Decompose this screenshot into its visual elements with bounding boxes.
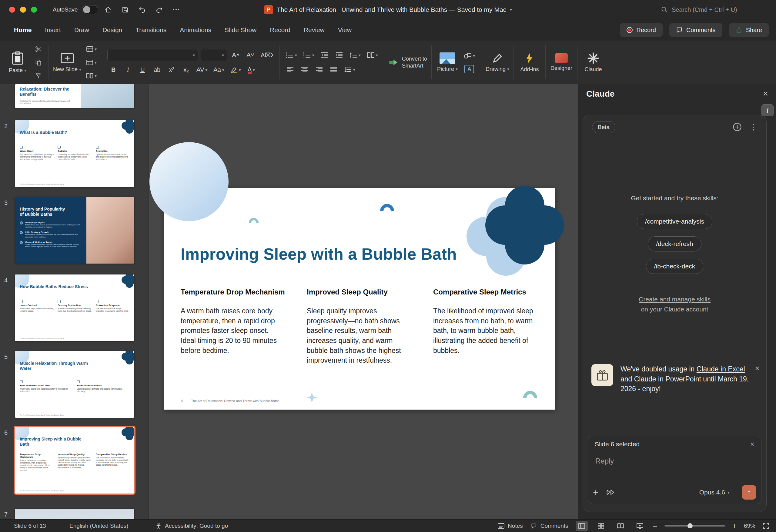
reply-input[interactable] <box>595 457 747 466</box>
tab-review[interactable]: Review <box>304 26 325 34</box>
search-input[interactable] <box>671 6 765 14</box>
decrease-indent-button[interactable] <box>319 49 331 61</box>
sparkle-shape[interactable] <box>307 392 317 403</box>
add-ins-button[interactable]: Add-ins <box>518 52 541 73</box>
new-slide-button[interactable]: New Slide▾ <box>53 52 81 73</box>
share-button[interactable]: Share <box>729 23 769 37</box>
increase-font-size-button[interactable]: A˄ <box>230 49 242 61</box>
slide-sorter-view-button[interactable] <box>595 521 607 531</box>
notes-button[interactable]: Notes <box>498 523 523 529</box>
slide-column-1[interactable]: Temperature Drop Mechanism A warm bath r… <box>181 288 285 355</box>
info-icon[interactable]: i <box>761 104 774 116</box>
claude-ribbon-button[interactable]: Claude <box>582 52 605 73</box>
minimize-window-button[interactable] <box>20 7 26 13</box>
attach-plus-icon[interactable]: + <box>593 488 599 497</box>
slide-thumbnail-4[interactable]: How Bubble Baths Reduce Stress Lower Cor… <box>15 274 134 341</box>
skill-competitive-analysis[interactable]: /competitive-analysis <box>637 214 712 229</box>
picture-button[interactable]: Picture▾ <box>436 52 459 72</box>
copy-button[interactable] <box>32 57 44 68</box>
reset-slide-button[interactable]: ▾ <box>84 57 99 68</box>
align-center-button[interactable] <box>299 64 311 75</box>
normal-view-button[interactable] <box>576 521 588 531</box>
arc-shape[interactable] <box>249 218 258 223</box>
designer-button[interactable]: Designer <box>550 53 573 71</box>
font-name-select[interactable]: ▾ <box>107 49 198 61</box>
zoom-out-button[interactable]: – <box>653 522 657 530</box>
slide-thumbnail-7[interactable] <box>15 509 134 519</box>
justify-button[interactable] <box>328 64 340 75</box>
drawing-button[interactable]: Drawing▾ <box>486 52 509 72</box>
fit-to-window-icon[interactable] <box>763 523 769 529</box>
format-painter-button[interactable] <box>32 70 44 81</box>
slide-column-2[interactable]: Improved Sleep Quality Sleep quality imp… <box>307 288 408 365</box>
align-right-button[interactable] <box>313 64 325 75</box>
font-color-button[interactable]: A▾ <box>245 64 257 76</box>
gradient-circle-shape[interactable] <box>150 142 228 221</box>
font-size-select[interactable]: ▾ <box>201 49 227 61</box>
kebab-menu-icon[interactable]: ⋮ <box>750 123 758 131</box>
save-button[interactable] <box>118 3 132 17</box>
character-spacing-button[interactable]: AV▾ <box>195 64 209 76</box>
promo-link[interactable]: Claude in Excel <box>697 365 745 373</box>
more-commands-button[interactable] <box>169 3 183 17</box>
promo-close-icon[interactable]: × <box>755 363 760 373</box>
convert-to-smartart-button[interactable]: Convert to SmartArt <box>389 55 427 69</box>
bold-button[interactable]: B <box>107 64 120 76</box>
slide-thumbnail-5[interactable]: Muscle Relaxation Through Warm Water Hea… <box>15 351 134 418</box>
bullets-button[interactable]: ▾ <box>284 49 299 61</box>
arc-shape[interactable] <box>380 204 394 211</box>
increase-indent-button[interactable] <box>333 49 345 61</box>
underline-button[interactable]: U <box>137 64 149 76</box>
zoom-level[interactable]: 69% <box>744 523 755 529</box>
comments-button[interactable]: Comments <box>669 23 722 37</box>
comments-toggle-button[interactable]: Comments <box>530 523 568 529</box>
shapes-button[interactable]: ▾ <box>462 50 477 61</box>
slide-layout-button[interactable]: ▾ <box>84 43 99 55</box>
slide-thumbnail-1[interactable]: Relaxation: Discover the Benefits Explor… <box>15 84 134 108</box>
clear-formatting-button[interactable]: A⌦ <box>259 49 275 61</box>
arc-shape[interactable] <box>523 391 537 398</box>
subscript-button[interactable]: x₂ <box>180 64 192 76</box>
tab-view[interactable]: View <box>338 26 352 34</box>
tab-draw[interactable]: Draw <box>74 26 89 34</box>
close-window-button[interactable] <box>9 7 15 13</box>
manage-skills-link[interactable]: Create and manage skills <box>639 296 711 303</box>
send-button[interactable]: ↑ <box>742 485 756 500</box>
home-button[interactable] <box>101 3 115 17</box>
slideshow-view-button[interactable] <box>634 521 646 531</box>
text-box-button[interactable]: A <box>462 63 477 75</box>
cut-button[interactable] <box>32 43 44 55</box>
zoom-window-button[interactable] <box>31 7 37 13</box>
new-chat-plus-icon[interactable] <box>733 122 742 131</box>
slide-title-text[interactable]: Improving Sleep with a Bubble Bath <box>181 245 457 263</box>
zoom-slider[interactable] <box>664 525 725 527</box>
text-highlight-button[interactable]: ▾ <box>228 64 243 76</box>
accessibility-status[interactable]: Accessibility: Good to go <box>156 520 228 532</box>
language-selector[interactable]: English (United States) <box>69 520 128 532</box>
superscript-button[interactable]: x² <box>166 64 178 76</box>
skill-ib-check-deck[interactable]: /ib-check-deck <box>646 259 703 274</box>
tab-slide-show[interactable]: Slide Show <box>225 26 256 34</box>
line-spacing-button[interactable]: ▾ <box>348 49 363 61</box>
fast-forward-icon[interactable] <box>606 489 615 496</box>
tab-insert[interactable]: Insert <box>45 26 61 34</box>
zoom-in-button[interactable]: + <box>732 522 737 530</box>
tab-design[interactable]: Design <box>103 26 122 34</box>
document-title-area[interactable]: P The Art of Relaxation_ Unwind and Thri… <box>264 0 512 19</box>
italic-button[interactable]: I <box>122 64 134 76</box>
context-chip-close-icon[interactable]: × <box>750 440 755 448</box>
tab-transitions[interactable]: Transitions <box>136 26 166 34</box>
tab-record[interactable]: Record <box>270 26 290 34</box>
decrease-font-size-button[interactable]: A˅ <box>244 49 256 61</box>
text-direction-button[interactable]: ▾ <box>342 64 357 75</box>
record-button[interactable]: Record <box>620 23 662 37</box>
autosave-toggle[interactable] <box>82 5 98 14</box>
slide-column-3[interactable]: Comparative Sleep Metrics The likelihood… <box>433 288 538 355</box>
section-button[interactable]: ▾ <box>84 70 99 81</box>
slide-thumbnail-2[interactable]: What Is a Bubble Bath? Warm WaterThe bas… <box>15 120 134 187</box>
change-case-button[interactable]: Aa▾ <box>212 64 226 76</box>
strikethrough-button[interactable]: ab <box>151 64 163 76</box>
close-panel-icon[interactable]: × <box>763 88 768 99</box>
model-selector[interactable]: Opus 4.6 ▾ <box>699 489 730 496</box>
numbering-button[interactable]: ▾ <box>301 49 316 61</box>
